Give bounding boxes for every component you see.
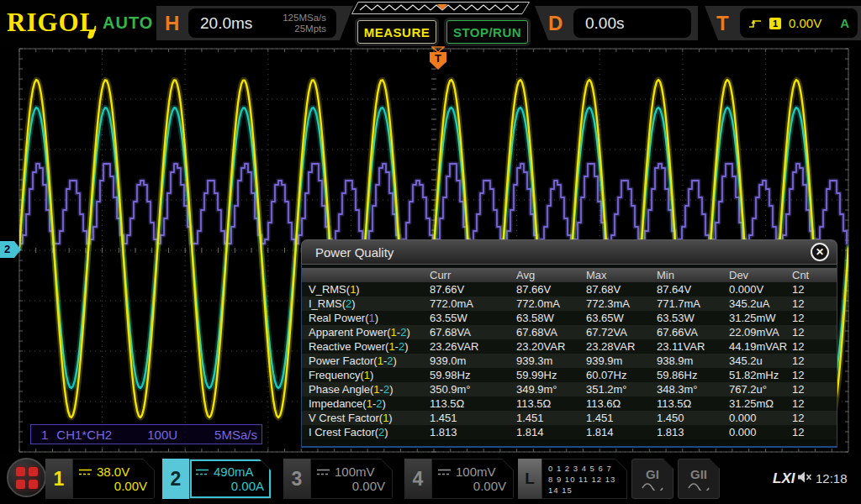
measurement-label: Power Factor(1-2) <box>309 354 430 368</box>
measurement-value: 12 <box>792 339 837 354</box>
measurement-value: 0.000 <box>729 411 792 425</box>
channel-button-3[interactable]: 3100mV0.00V <box>283 459 393 499</box>
column-header: Dev <box>729 268 792 282</box>
power-quality-panel: Power Quality ✕ CurrAvgMaxMinDevCntV_RMS… <box>301 239 837 448</box>
measurement-value: 1.451 <box>586 411 657 425</box>
record-overview-strip[interactable] <box>351 2 530 14</box>
measurement-value: 12 <box>792 396 837 411</box>
measurement-value: 87.68V <box>586 282 657 297</box>
channel-ref: 1 <box>388 340 394 353</box>
system-clock[interactable]: 12:18 <box>816 471 848 486</box>
measurement-label: I Crest Factor(2) <box>309 425 430 439</box>
channel-offset: 0.00A <box>195 479 264 493</box>
logic-l-label: L <box>518 459 541 499</box>
speaker-muted-icon[interactable] <box>797 470 812 484</box>
timebase-value: 20.0ms <box>200 14 252 33</box>
top-bar: RIGOL AUTO H 20.0ms 125MSa/s 25Mpts MEAS… <box>0 0 861 46</box>
trigger-sweep-mode: A <box>840 16 849 30</box>
measurement-label: I_RMS(2) <box>309 297 430 311</box>
measurement-label: Impedance(1-2) <box>309 396 430 411</box>
measurement-value: 67.72VA <box>586 325 657 339</box>
logic-digits-row1: 0 1 2 3 4 5 6 7 <box>548 463 626 474</box>
measurement-value: 31.25mW <box>729 311 792 325</box>
measurement-value: 44.19mVAR <box>729 339 792 354</box>
panel-title: Power Quality <box>315 245 394 260</box>
measurement-value: 1.814 <box>586 425 657 439</box>
generator2-label: GII <box>690 467 707 481</box>
channel-scale: 490mA <box>214 465 254 479</box>
table-row: Apparent Power(1-2)67.68VA67.68VA67.72VA… <box>302 325 837 339</box>
delay-settings-button[interactable]: D 0.00s <box>535 6 698 40</box>
measurement-value: 23.26VAR <box>430 339 516 354</box>
measurement-value: 1.813 <box>657 425 729 439</box>
measurement-value: 1.814 <box>516 425 586 439</box>
measurement-value: 767.2u° <box>729 382 792 396</box>
logic-channels-button[interactable]: L 0 1 2 3 4 5 6 7 8 9 10 11 12 13 14 15 <box>518 459 627 499</box>
generator2-button[interactable]: GII <box>678 459 720 499</box>
measurement-value: 59.98Hz <box>430 368 516 382</box>
measurement-value: 31.25mΩ <box>729 396 792 411</box>
measurement-label: Real Power(1) <box>309 311 430 325</box>
channel-button-2[interactable]: 2490mA0.00A <box>162 459 272 499</box>
stop-run-button[interactable]: STOP/RUN <box>446 20 528 44</box>
horizontal-settings-button[interactable]: H 20.0ms 125MSa/s 25Mpts <box>156 6 353 40</box>
trigger-settings-button[interactable]: T 1 0.00V A <box>705 6 861 40</box>
generator1-button[interactable]: GI <box>631 459 673 499</box>
menu-grid-icon[interactable] <box>7 458 46 497</box>
measurement-label: Phase Angle(1-2) <box>309 382 430 396</box>
measurement-value: 0.000 <box>729 425 792 439</box>
delay-value: 0.00s <box>585 14 624 33</box>
measurement-value: 350.9m° <box>430 382 516 396</box>
measurement-value: 12 <box>792 368 837 382</box>
measurement-value: 59.86Hz <box>657 368 729 382</box>
rigol-logo: RIGOL <box>7 8 98 38</box>
measurement-value: 87.66V <box>430 282 516 297</box>
measurement-value: 113.5Ω <box>430 396 516 411</box>
dc-coupling-icon <box>195 468 209 476</box>
channel-ref: 1 <box>383 412 388 424</box>
channel-ref: 1 <box>378 354 383 367</box>
table-row: Power Factor(1-2)939.0m939.3m939.9m938.9… <box>302 354 837 368</box>
panel-body: CurrAvgMaxMinDevCntV_RMS(1)87.66V87.66V8… <box>301 265 837 448</box>
math-channel-label[interactable]: 1 CH1*CH2 100U 5MSa/s <box>30 424 262 444</box>
trigger-t-label: T <box>716 12 729 35</box>
measurement-value: 113.5Ω <box>516 396 586 411</box>
measurement-value: 113.6Ω <box>586 396 657 411</box>
measurement-value: 12 <box>792 382 837 396</box>
table-row: I_RMS(2)772.0mA772.0mA772.3mA771.7mA345.… <box>302 297 837 311</box>
measurement-value: 12 <box>792 411 837 425</box>
measurement-value: 939.9m <box>586 354 657 368</box>
channel-number: 3 <box>283 459 310 499</box>
channel-ref: 2 <box>399 340 404 353</box>
table-row: Reactive Power(1-2)23.26VAR23.20VAR23.28… <box>302 339 837 354</box>
column-header: Cnt <box>792 268 837 282</box>
channel-ref: 1 <box>391 326 397 339</box>
measure-button[interactable]: MEASURE <box>357 20 436 44</box>
channel-ref: 2 <box>378 426 384 438</box>
measurement-value: 1.451 <box>430 411 516 425</box>
channel-button-1[interactable]: 138.0V0.00V <box>45 459 155 499</box>
channel-button-4[interactable]: 4100mV0.00V <box>404 459 514 499</box>
table-row: Frequency(1)59.98Hz59.99Hz60.07Hz59.86Hz… <box>302 368 837 382</box>
table-header-row: CurrAvgMaxMinDevCnt <box>302 268 837 282</box>
rising-edge-trigger-icon <box>748 18 762 29</box>
dc-coupling-icon <box>437 468 452 476</box>
trigger-position-triangle <box>431 46 445 53</box>
math-scale: 100U <box>147 428 177 442</box>
math-sample-rate: 5MSa/s <box>214 428 257 442</box>
horizontal-h-label: H <box>165 12 179 35</box>
measurement-value: 67.68VA <box>516 325 586 339</box>
logic-digits-row2: 8 9 10 11 12 13 14 15 <box>548 474 626 496</box>
measurement-value: 349.9m° <box>516 382 586 396</box>
oscilloscope-screen: { "top_bar": { "logo": "RIGOL", "mode": … <box>0 0 861 504</box>
measurement-value: 113.5Ω <box>657 396 729 411</box>
measurement-value: 23.28VAR <box>586 339 657 354</box>
close-icon[interactable]: ✕ <box>811 243 829 261</box>
channel-scale: 100mV <box>456 465 496 479</box>
measurement-value: 772.0mA <box>430 297 516 311</box>
delay-d-label: D <box>548 12 563 35</box>
measurement-value: 1.450 <box>657 411 729 425</box>
measurement-value: 63.53W <box>657 311 729 325</box>
channel-ref: 2 <box>400 326 406 339</box>
panel-header[interactable]: Power Quality ✕ <box>301 239 837 265</box>
